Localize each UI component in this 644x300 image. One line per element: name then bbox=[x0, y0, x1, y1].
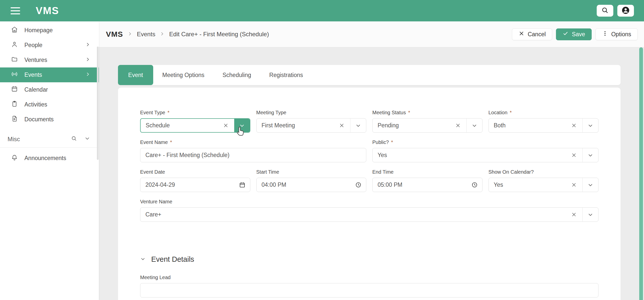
public-label: Public? bbox=[372, 139, 389, 145]
meeting-type-label: Meeting Type bbox=[256, 110, 287, 115]
tab-scheduling[interactable]: Scheduling bbox=[213, 65, 260, 85]
form-panel: Event Type * Schedule Meeting T bbox=[118, 88, 621, 300]
tab-event[interactable]: Event bbox=[118, 65, 153, 85]
dropdown-toggle[interactable] bbox=[350, 119, 366, 132]
field-label: Meeting Type bbox=[256, 110, 367, 115]
dropdown-toggle[interactable] bbox=[583, 148, 598, 162]
field-label: Meeting Lead bbox=[140, 275, 598, 280]
search-icon bbox=[601, 7, 609, 15]
home-icon bbox=[11, 26, 18, 34]
options-button[interactable]: Options bbox=[595, 28, 638, 40]
meeting-status-combobox[interactable]: Pending bbox=[372, 118, 482, 133]
clear-icon[interactable] bbox=[339, 123, 350, 128]
cancel-label: Cancel bbox=[528, 31, 546, 38]
sidebar-divider bbox=[0, 147, 99, 148]
clock-icon[interactable] bbox=[471, 182, 482, 188]
chevron-right-icon bbox=[85, 42, 90, 49]
field-group-event-type: Event Type * Schedule bbox=[140, 110, 250, 133]
breadcrumb-page: Edit Care+ - First Meeting (Schedule) bbox=[169, 31, 269, 38]
meeting-status-value: Pending bbox=[373, 122, 455, 129]
field-label: Meeting Status * bbox=[372, 110, 482, 115]
clear-icon[interactable] bbox=[571, 152, 582, 158]
end-time-input[interactable]: 05:00 PM bbox=[372, 178, 482, 192]
breadcrumb-root[interactable]: VMS bbox=[106, 30, 123, 39]
tab-meeting-options[interactable]: Meeting Options bbox=[153, 65, 213, 85]
field-group-meeting-status: Meeting Status * Pending bbox=[372, 110, 482, 133]
misc-chevron-down-icon[interactable] bbox=[84, 135, 90, 143]
section-title: Event Details bbox=[151, 255, 194, 264]
section-event-details[interactable]: Event Details bbox=[140, 255, 598, 264]
meeting-type-combobox[interactable]: First Meeting bbox=[256, 118, 367, 133]
sidebar-item-label: Activities bbox=[24, 101, 47, 108]
start-time-value: 04:00 PM bbox=[257, 181, 355, 188]
dropdown-toggle[interactable] bbox=[583, 178, 598, 192]
field-label: End Time bbox=[372, 169, 482, 175]
start-time-input[interactable]: 04:00 PM bbox=[256, 178, 367, 192]
tab-registrations[interactable]: Registrations bbox=[260, 65, 312, 85]
clear-icon[interactable] bbox=[571, 212, 582, 217]
dropdown-toggle[interactable] bbox=[583, 208, 598, 221]
meeting-lead-label: Meeting Lead bbox=[140, 275, 171, 280]
sidebar-item-label: Calendar bbox=[24, 86, 48, 93]
field-group-location: Location * Both bbox=[489, 110, 599, 133]
clear-icon[interactable] bbox=[455, 123, 466, 128]
app-window: VMS Homepage People bbox=[0, 0, 644, 300]
location-label: Location bbox=[489, 110, 508, 115]
meeting-status-label: Meeting Status bbox=[372, 110, 406, 115]
sidebar-item-calendar[interactable]: Calendar bbox=[0, 82, 99, 97]
field-group-event-name: Event Name * Care+ - First Meeting (Sche… bbox=[140, 139, 366, 162]
public-combobox[interactable]: Yes bbox=[372, 148, 598, 162]
sidebar-item-announcements[interactable]: Announcements bbox=[0, 151, 99, 166]
end-time-label: End Time bbox=[372, 169, 393, 175]
event-date-input[interactable]: 2024-04-29 bbox=[140, 178, 250, 192]
misc-search-icon[interactable] bbox=[71, 135, 77, 143]
field-label: Location * bbox=[489, 110, 599, 115]
required-marker: * bbox=[510, 110, 512, 115]
sidebar-item-people[interactable]: People bbox=[0, 38, 99, 53]
required-marker: * bbox=[408, 110, 410, 115]
sidebar-item-events[interactable]: Events bbox=[0, 67, 99, 82]
menu-icon[interactable] bbox=[11, 7, 20, 14]
chevron-right-icon bbox=[85, 71, 90, 78]
venture-name-value: Care+ bbox=[140, 211, 571, 218]
dropdown-toggle[interactable] bbox=[467, 119, 482, 132]
calendar-icon bbox=[11, 86, 18, 94]
event-type-combobox[interactable]: Schedule bbox=[140, 118, 250, 133]
sidebar-item-activities[interactable]: Activities bbox=[0, 97, 99, 112]
meeting-type-value: First Meeting bbox=[257, 122, 339, 129]
clear-icon[interactable] bbox=[223, 123, 234, 128]
sidebar-scrollbar[interactable] bbox=[97, 47, 99, 160]
sidebar-item-documents[interactable]: Documents bbox=[0, 112, 99, 127]
field-group-meeting-type: Meeting Type First Meeting bbox=[256, 110, 367, 133]
show-on-calendar-combobox[interactable]: Yes bbox=[489, 178, 599, 192]
event-type-value: Schedule bbox=[141, 122, 223, 129]
venture-name-combobox[interactable]: Care+ bbox=[140, 207, 598, 222]
breadcrumb-chevron-icon bbox=[160, 31, 165, 37]
close-icon bbox=[518, 30, 525, 38]
misc-label: Misc bbox=[8, 136, 20, 143]
field-group-start-time: Start Time 04:00 PM bbox=[256, 169, 367, 192]
field-group-end-time: End Time 05:00 PM bbox=[372, 169, 482, 192]
sidebar-item-homepage[interactable]: Homepage bbox=[0, 23, 99, 38]
top-bar: VMS bbox=[0, 0, 644, 21]
clear-icon[interactable] bbox=[571, 123, 582, 128]
meeting-lead-input[interactable] bbox=[140, 283, 598, 297]
sidebar-item-label: Homepage bbox=[24, 27, 53, 34]
search-button[interactable] bbox=[597, 5, 613, 17]
dropdown-toggle[interactable] bbox=[234, 119, 250, 132]
main-area: VMS Events Edit Care+ - First Meeting (S… bbox=[99, 21, 644, 300]
profile-button[interactable] bbox=[617, 5, 634, 17]
field-label: Venture Name bbox=[140, 199, 598, 204]
sidebar-item-ventures[interactable]: Ventures bbox=[0, 53, 99, 67]
save-button[interactable]: Save bbox=[556, 28, 591, 40]
event-name-input[interactable]: Care+ - First Meeting (Schedule) bbox=[140, 148, 366, 162]
clock-icon[interactable] bbox=[355, 182, 366, 188]
location-combobox[interactable]: Both bbox=[489, 118, 599, 133]
page-scrollbar[interactable] bbox=[639, 47, 643, 300]
calendar-icon[interactable] bbox=[239, 182, 250, 188]
show-on-calendar-label: Show On Calendar? bbox=[489, 169, 534, 175]
cancel-button[interactable]: Cancel bbox=[512, 28, 552, 40]
dropdown-toggle[interactable] bbox=[583, 119, 598, 132]
clear-icon[interactable] bbox=[571, 182, 582, 188]
breadcrumb-section[interactable]: Events bbox=[137, 31, 155, 38]
